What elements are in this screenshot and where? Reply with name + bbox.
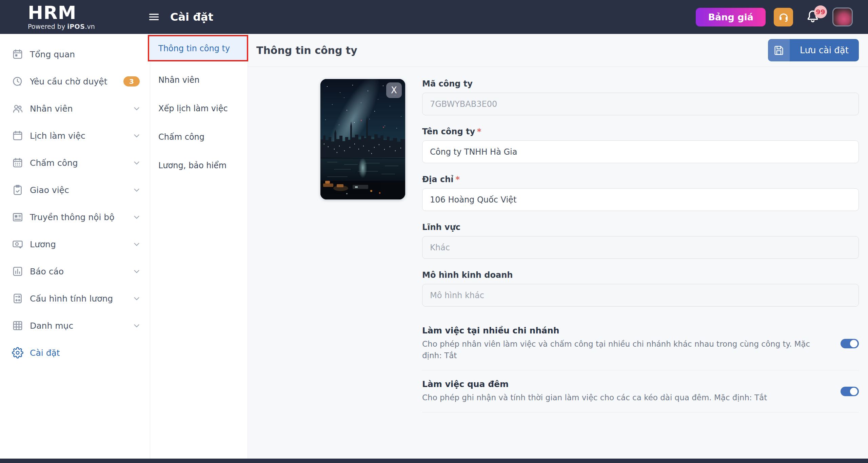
sidebar-item-settings[interactable]: Cài đặt — [0, 339, 150, 366]
toggle-knob — [850, 388, 857, 395]
company-photo: x — [320, 79, 405, 199]
hamburger-menu-icon[interactable] — [146, 9, 161, 24]
gear-icon — [12, 347, 24, 359]
company-info-form: Mã công ty Tên công ty* Địa chỉ* Lĩnh vự… — [422, 79, 859, 421]
calendar-overview-icon — [12, 48, 24, 60]
support-button[interactable] — [774, 8, 793, 26]
industry-input — [422, 236, 859, 259]
chevron-down-icon — [132, 294, 141, 303]
notification-count-badge: 99 — [814, 5, 827, 18]
field-label: Lĩnh vực — [422, 223, 859, 232]
sidebar-item-salary[interactable]: Lương — [0, 231, 150, 258]
sidebar-item-label: Lương — [30, 239, 56, 249]
sidebar-item-employees[interactable]: Nhân viên — [0, 95, 150, 122]
business-model-input — [422, 284, 859, 307]
sidebar-item-label: Cài đặt — [30, 348, 60, 358]
sidebar-item-pending-requests[interactable]: Yêu cầu chờ duyệt 3 — [0, 68, 150, 95]
main-sidebar: Tổng quan Yêu cầu chờ duyệt 3 Nhân viên … — [0, 34, 150, 459]
save-button-label: Lưu cài đặt — [790, 39, 859, 61]
user-avatar[interactable] — [832, 7, 853, 26]
sidebar-item-label: Tổng quan — [30, 50, 75, 59]
field-label: Mã công ty — [422, 79, 859, 89]
sidebar-item-payroll-config[interactable]: Cấu hình tính lương — [0, 285, 150, 312]
topbar-actions: Bảng giá 99 — [696, 7, 853, 26]
horizontal-scrollbar[interactable] — [0, 459, 868, 463]
company-code-input — [422, 93, 859, 115]
divider — [422, 370, 859, 370]
content-header: Thông tin công ty Lưu cài đặt — [248, 34, 868, 67]
bar-chart-icon — [12, 265, 24, 277]
sidebar-item-label: Báo cáo — [30, 267, 64, 276]
field-company-code: Mã công ty — [422, 79, 859, 115]
field-label: Địa chỉ* — [422, 175, 859, 184]
company-name-input[interactable] — [422, 140, 859, 163]
sidebar-item-overview[interactable]: Tổng quan — [0, 41, 150, 68]
chevron-down-icon — [132, 131, 141, 140]
clipboard-check-icon — [12, 184, 24, 196]
hrm-app: HRM Powered by iPOS.vn Cài đặt Bảng giá … — [0, 0, 868, 463]
field-business-model: Mô hình kinh doanh — [422, 270, 859, 307]
chevron-down-icon — [132, 321, 141, 330]
setting-title: Làm việc tại nhiều chi nhánh — [422, 326, 827, 335]
sidebar-item-work-schedule[interactable]: Lịch làm việc — [0, 122, 150, 149]
sidebar-item-task-assignment[interactable]: Giao việc — [0, 176, 150, 204]
sidebar-item-label: Giao việc — [30, 185, 69, 195]
submenu-item-timekeeping[interactable]: Chấm công — [150, 123, 248, 151]
chevron-down-icon — [132, 186, 141, 194]
calendar-icon — [12, 130, 24, 142]
save-icon — [768, 39, 790, 61]
logo-subtitle: Powered by iPOS.vn — [28, 23, 127, 30]
sidebar-item-internal-comms[interactable]: Truyền thông nội bộ — [0, 204, 150, 231]
logo-text: HRM — [28, 4, 127, 22]
required-asterisk: * — [455, 175, 460, 184]
pending-clock-icon — [12, 75, 24, 88]
sidebar-item-timekeeping[interactable]: Chấm công — [0, 149, 150, 176]
pending-count-badge: 3 — [123, 76, 140, 86]
sidebar-item-categories[interactable]: Danh mục — [0, 312, 150, 339]
save-settings-button[interactable]: Lưu cài đặt — [768, 39, 859, 61]
top-bar: HRM Powered by iPOS.vn Cài đặt Bảng giá … — [0, 0, 868, 34]
sidebar-item-label: Yêu cầu chờ duyệt — [30, 77, 107, 86]
chevron-down-icon — [132, 158, 141, 167]
content-title: Thông tin công ty — [256, 44, 768, 56]
field-label: Mô hình kinh doanh — [422, 270, 859, 280]
setting-text: Làm việc tại nhiều chi nhánh Cho phép nh… — [422, 326, 841, 361]
chevron-down-icon — [132, 267, 141, 276]
main-content: Thông tin công ty Lưu cài đặt — [248, 34, 868, 459]
setting-description: Cho phép ghi nhận và tính thời gian làm … — [422, 392, 827, 403]
chevron-down-icon — [132, 240, 141, 249]
multi-branch-toggle[interactable] — [841, 339, 859, 348]
setting-text: Làm việc qua đêm Cho phép ghi nhận và tí… — [422, 379, 841, 403]
calendar-dots-icon — [12, 157, 24, 169]
settings-submenu: Thông tin công ty Nhân viên Xếp lịch làm… — [150, 34, 248, 459]
sidebar-item-label: Lịch làm việc — [30, 131, 85, 141]
sidebar-item-label: Cấu hình tính lương — [30, 294, 113, 304]
sidebar-item-label: Chấm công — [30, 158, 78, 168]
field-label: Tên công ty* — [422, 127, 859, 136]
newspaper-icon — [12, 211, 24, 223]
setting-multi-branch: Làm việc tại nhiều chi nhánh Cho phép nh… — [422, 326, 859, 361]
app-logo[interactable]: HRM Powered by iPOS.vn — [28, 4, 127, 30]
page-title: Cài đặt — [170, 11, 213, 23]
overnight-toggle[interactable] — [841, 387, 859, 396]
remove-image-button[interactable]: x — [386, 82, 402, 98]
notifications-button[interactable]: 99 — [805, 9, 821, 25]
company-image-column: x — [320, 79, 405, 421]
pricing-button[interactable]: Bảng giá — [696, 8, 766, 26]
setting-description: Cho phép nhân viên làm việc và chấm công… — [422, 338, 827, 361]
money-check-icon — [12, 238, 24, 250]
sidebar-item-reports[interactable]: Báo cáo — [0, 258, 150, 285]
submenu-item-salary-insurance[interactable]: Lương, bảo hiểm — [150, 151, 248, 180]
divider — [422, 412, 859, 412]
sidebar-item-label: Truyền thông nội bộ — [30, 212, 115, 222]
sidebar-item-label: Nhân viên — [30, 104, 73, 114]
address-input[interactable] — [422, 188, 859, 211]
field-company-name: Tên công ty* — [422, 127, 859, 163]
submenu-item-scheduling[interactable]: Xếp lịch làm việc — [150, 94, 248, 123]
setting-overnight: Làm việc qua đêm Cho phép ghi nhận và tí… — [422, 379, 859, 403]
sidebar-item-label: Danh mục — [30, 321, 73, 331]
field-industry: Lĩnh vực — [422, 223, 859, 259]
submenu-item-company-info[interactable]: Thông tin công ty — [150, 37, 248, 60]
submenu-item-employees[interactable]: Nhân viên — [150, 66, 248, 94]
setting-title: Làm việc qua đêm — [422, 379, 827, 389]
